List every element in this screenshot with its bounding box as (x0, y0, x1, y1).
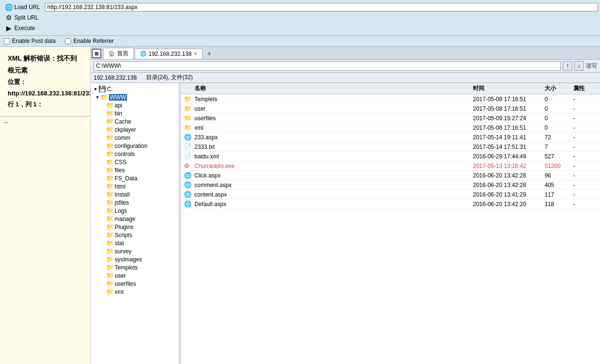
tree-item-sysimages[interactable]: 📁 sysImages (91, 255, 179, 263)
tree-item-logs[interactable]: 📁 Logs (91, 207, 179, 215)
tree-item-fs_data[interactable]: 📁 FS_Data (91, 174, 179, 182)
txt-icon: 📄 (184, 143, 193, 150)
address-input[interactable] (94, 61, 561, 71)
file-row[interactable]: 🌐 Click.aspx 2016-06-20 13:42:28 96 - (181, 171, 600, 180)
tab-server-label: 192.168.232.138 (149, 51, 192, 57)
file-time: 2017-05-08 17:16:51 (473, 105, 545, 112)
subfolder-label: Templets (115, 264, 138, 271)
tree-item-userfiles[interactable]: 📁 userfiles (91, 280, 179, 288)
subfolder-label: CSS (115, 159, 127, 166)
file-time: 2017-05-08 17:16:51 (473, 96, 545, 103)
split-url-button[interactable]: ⚙ Split URL (2, 13, 42, 22)
enable-post-label[interactable]: Enable Post data (4, 38, 55, 44)
file-name: Templets (194, 96, 473, 103)
subfolder-label: user (115, 272, 126, 279)
file-row[interactable]: 📁 xml 2017-05-08 17:16:51 0 - (181, 123, 600, 133)
subfolder-label: FS_Data (115, 175, 137, 182)
file-row[interactable]: 📁 user 2017-05-08 17:16:51 0 - (181, 104, 600, 114)
subfolder-label: ckplayer (115, 126, 136, 133)
tree-item-user[interactable]: 📁 user (91, 271, 179, 280)
tree-www-label: WWW (109, 94, 127, 101)
tree-item-files[interactable]: 📁 files (91, 166, 179, 174)
subfolder-icon: 📁 (106, 256, 114, 263)
url-input[interactable] (45, 3, 598, 11)
file-time: 2016-06-20 13:42:20 (473, 201, 545, 208)
subfolder-icon: 📁 (106, 166, 114, 174)
tree-item-configuration[interactable]: 📁 configuration (91, 142, 179, 150)
file-row[interactable]: 📁 Templets 2017-05-08 17:16:51 0 - (181, 94, 600, 104)
subfolder-icon: 📁 (106, 207, 114, 214)
tree-item-stat[interactable]: 📁 stat (91, 239, 179, 247)
tree-item-install[interactable]: 📁 Install (91, 190, 179, 198)
subfolder-icon: 📁 (106, 264, 114, 271)
tree-item-scripts[interactable]: 📁 Scripts (91, 231, 179, 239)
file-row[interactable]: 🌐 233.aspx 2017-05-14 19:11:41 72 - (181, 133, 600, 142)
file-size: 96 (545, 172, 573, 179)
subfolder-label: sysImages (115, 256, 142, 263)
file-name: xml (194, 125, 473, 131)
tab-home[interactable]: 🏠 首页 (103, 48, 134, 59)
subfolder-icon: 📁 (106, 223, 114, 230)
file-row[interactable]: 🌐 Default.aspx 2016-06-20 13:42:20 118 - (181, 199, 600, 209)
tab-bar: ⊞ 🏠 首页 🌐 192.168.232.138 ✕ + (91, 47, 600, 60)
file-attr: - (573, 144, 597, 150)
tree-item-templets[interactable]: 📁 Templets (91, 263, 179, 271)
tree-item-root[interactable]: ▼ 💾 C: (91, 85, 179, 93)
tilde-symbol: ~ (0, 117, 90, 129)
file-row[interactable]: 📄 baidu.xml 2016-06-29 17:44:49 527 - (181, 152, 600, 161)
file-time: 2016-06-20 13:42:28 (473, 182, 545, 188)
file-size: 72 (545, 134, 573, 141)
subfolder-label: api (115, 102, 122, 109)
tree-item-cache[interactable]: 📁 Cache (91, 117, 179, 125)
tree-item-controls[interactable]: 📁 controls (91, 150, 179, 158)
tree-item-www[interactable]: ▼ 📁 WWW (91, 93, 179, 101)
aspx-icon: 🌐 (184, 172, 193, 179)
file-row[interactable]: 📁 userfiles 2017-05-09 15:27:24 0 - (181, 114, 600, 123)
execute-button[interactable]: ▶ Execute (2, 23, 38, 33)
tree-item-comm[interactable]: 📁 comm (91, 134, 179, 142)
file-time: 2017-05-14 19:11:41 (473, 134, 545, 141)
file-name: comment.aspx (194, 182, 473, 188)
file-time: 2017-05-13 13:16:42 (473, 163, 545, 169)
col-name: 名称 (194, 84, 473, 93)
file-name: baidu.xml (194, 153, 473, 160)
address-up-button[interactable]: ↑ (563, 61, 572, 71)
home-icon: 🏠 (108, 51, 115, 57)
file-row[interactable]: 🌐 comment.aspx 2016-06-20 13:42:28 405 - (181, 180, 600, 190)
file-row[interactable]: 🌐 content.aspx 2016-06-20 13:41:29 117 - (181, 190, 600, 199)
tree-item-ckplayer[interactable]: 📁 ckplayer (91, 125, 179, 134)
subfolder-label: bin (115, 110, 122, 117)
file-attr: - (573, 105, 597, 112)
tree-item-plugins[interactable]: 📁 Plugins (91, 223, 179, 231)
fm-logo: ⊞ (92, 49, 101, 58)
file-row[interactable]: 📄 2333.txt 2017-05-14 17:51:31 7 - (181, 142, 600, 152)
subfolder-label: userfiles (115, 281, 136, 287)
tree-arrow-www: ▼ (95, 95, 100, 100)
subfolder-icon: 📁 (106, 175, 114, 182)
address-down-button[interactable]: ↓ (574, 61, 584, 71)
tree-item-html[interactable]: 📁 html (91, 182, 179, 190)
load-url-button[interactable]: 🌐 Load URL (2, 2, 43, 12)
tree-item-css[interactable]: 📁 CSS (91, 158, 179, 166)
file-name: user (194, 105, 473, 112)
subfolder-icon: 📁 (106, 272, 114, 279)
subfolder-icon: 📁 (106, 110, 114, 117)
tree-item-jsfiles[interactable]: 📁 jsfiles (91, 198, 179, 207)
enable-referrer-checkbox[interactable] (65, 38, 71, 44)
file-attr: - (573, 96, 597, 103)
enable-referrer-label[interactable]: Enable Referrer (65, 38, 114, 44)
tab-add-button[interactable]: + (204, 48, 215, 59)
tree-item-survey[interactable]: 📁 survey (91, 247, 179, 255)
file-name: Churraskito.exe (194, 163, 473, 169)
tab-close-button[interactable]: ✕ (193, 51, 197, 56)
subfolder-icon: 📁 (106, 102, 114, 109)
file-size: 0 (545, 125, 573, 131)
tree-item-manage[interactable]: 📁 manage (91, 215, 179, 223)
tab-server[interactable]: 🌐 192.168.232.138 ✕ (135, 49, 203, 59)
tree-item-bin[interactable]: 📁 bin (91, 109, 179, 117)
xml-error-box: XML 解析错误：找不到根元素 位置：http://192.168.232.13… (0, 47, 90, 117)
enable-post-checkbox[interactable] (4, 38, 10, 44)
tree-item-xml[interactable]: 📁 xml (91, 288, 179, 296)
file-row[interactable]: ⚙ Churraskito.exe 2017-05-13 13:16:42 51… (181, 161, 600, 171)
tree-item-api[interactable]: 📁 api (91, 101, 179, 109)
